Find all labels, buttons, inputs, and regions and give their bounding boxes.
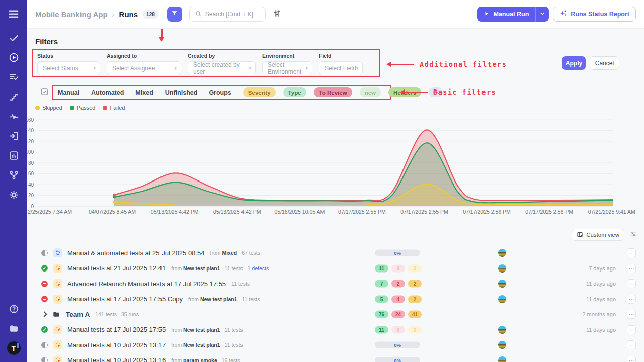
- run-from: from New test plan1: [171, 327, 220, 333]
- manual-run-button[interactable]: Manual Run: [477, 7, 535, 22]
- menu-toggle-button[interactable]: [5, 7, 22, 22]
- filter-field-label: Status: [37, 53, 100, 59]
- run-title[interactable]: Advanced Relaunch Manual tests at 17 Jul…: [67, 280, 226, 288]
- app-root: T Mobile Banking App › Runs 128 Search […: [0, 0, 644, 362]
- help-button[interactable]: [5, 302, 22, 317]
- projects-button[interactable]: [5, 322, 22, 337]
- breadcrumb-project[interactable]: Mobile Banking App: [35, 10, 108, 19]
- run-progress-bar: 0%: [375, 357, 420, 362]
- play-circle-icon: [9, 52, 19, 64]
- filter-field-label: Assigned to: [107, 53, 181, 59]
- sidebar-item-activity[interactable]: [5, 110, 22, 125]
- row-menu-button[interactable]: ⋯: [627, 279, 636, 288]
- filter-tag[interactable]: Severity: [243, 87, 276, 97]
- row-menu-button[interactable]: ⋯: [627, 248, 636, 257]
- run-type-icon: [53, 295, 62, 304]
- apply-button[interactable]: Apply: [562, 56, 586, 70]
- failed-count-badge: 4: [391, 295, 405, 303]
- top-bar: Mobile Banking App › Runs 128 Search [Cm…: [27, 0, 644, 29]
- avatar: [498, 249, 506, 257]
- runs-count-badge: 128: [143, 10, 158, 19]
- adjustments-icon[interactable]: [273, 9, 281, 20]
- row-menu-button[interactable]: ⋯: [627, 310, 636, 319]
- failed-count-badge: 2: [391, 280, 405, 288]
- breadcrumb-page[interactable]: Runs: [119, 10, 138, 19]
- runs-status-report-button[interactable]: Runs Status Report: [553, 7, 636, 22]
- search-input[interactable]: Search [Cmd + K]: [189, 7, 266, 22]
- sidebar-item-results[interactable]: [5, 31, 22, 46]
- cancel-button[interactable]: Cancel: [590, 56, 619, 70]
- filter-select-placeholder: Select Environment: [268, 61, 305, 75]
- filter-tag[interactable]: Type: [283, 87, 306, 97]
- run-title[interactable]: Manual tests at 10 Jul 2025 13:16: [67, 356, 166, 362]
- legend-item[interactable]: Passed: [70, 105, 96, 111]
- row-menu-button[interactable]: ⋯: [627, 295, 636, 304]
- table-settings-icon[interactable]: [629, 230, 637, 240]
- passed-count-badge: 7: [375, 280, 388, 288]
- run-from-name: param smoke: [183, 357, 217, 362]
- run-from-label: from: [188, 296, 199, 302]
- run-title[interactable]: Manual tests at 21 Jul 2025 12:41: [67, 264, 166, 272]
- table-row: Manual tests at 10 Jul 2025 13:16 from p…: [35, 353, 636, 362]
- run-result: 7 2 2: [375, 280, 422, 288]
- run-time: 11 days ago: [586, 296, 616, 302]
- folder-icon: [9, 323, 19, 335]
- check-icon: [9, 33, 19, 45]
- sidebar-item-settings[interactable]: [5, 188, 22, 203]
- filter-select[interactable]: Select Environment ▾: [262, 61, 312, 75]
- row-menu-button[interactable]: ⋯: [627, 356, 636, 362]
- run-type-icon: [53, 248, 62, 257]
- app-logo[interactable]: T: [7, 341, 21, 355]
- quick-filter-link[interactable]: Mixed: [135, 89, 153, 96]
- view-toolbar: Custom view: [572, 229, 637, 241]
- row-menu-button[interactable]: ⋯: [627, 325, 636, 334]
- filter-tag[interactable]: To Review: [314, 87, 352, 97]
- sidebar-item-branches[interactable]: [5, 168, 22, 184]
- run-title[interactable]: Manual tests at 10 Jul 2025 13:17: [67, 341, 166, 349]
- filter-select[interactable]: Select Field ▾: [319, 61, 363, 75]
- quick-filter-link[interactable]: Manual: [58, 89, 79, 96]
- legend-item[interactable]: Failed: [103, 105, 125, 111]
- run-defects-link[interactable]: 1 defects: [248, 265, 269, 272]
- filter-field: Status Select Status ▾: [37, 53, 100, 76]
- run-title[interactable]: Manual tests at 17 Jul 2025 17:55 Copy: [67, 295, 183, 303]
- filter-select[interactable]: Select Assignee ▾: [107, 61, 181, 75]
- quick-filter-link[interactable]: Automated: [91, 89, 124, 96]
- filter-tag[interactable]: new: [360, 87, 381, 97]
- run-meta: from param smoke 16 tests: [171, 357, 240, 362]
- sidebar-item-analytics[interactable]: [5, 149, 22, 164]
- run-from-label: from: [171, 327, 182, 333]
- custom-view-button[interactable]: Custom view: [572, 229, 624, 241]
- help-icon: [9, 304, 19, 316]
- sidebar-item-test-plans[interactable]: [5, 70, 22, 85]
- run-status-icon: [41, 312, 47, 317]
- run-title[interactable]: Manual & automated tests at 25 Jul 2025 …: [67, 249, 204, 257]
- manual-run-dropdown-button[interactable]: [535, 7, 549, 22]
- quick-filter-link[interactable]: Groups: [209, 89, 231, 96]
- quick-filter-link[interactable]: Unfinished: [165, 89, 198, 96]
- run-result: 76 24 41: [375, 311, 422, 318]
- filter-select[interactable]: Select created by user ▾: [188, 61, 256, 75]
- group-runs-count: 35 runs: [121, 311, 139, 317]
- svg-text:20: 20: [28, 193, 34, 198]
- filter-select[interactable]: Select Status ▾: [37, 61, 100, 75]
- filter-toggle-button[interactable]: [167, 7, 182, 22]
- run-title[interactable]: Manual tests at 17 Jul 2025 17:55: [67, 326, 166, 333]
- run-result: 0%: [375, 357, 420, 362]
- run-avatar-cell: [498, 326, 506, 334]
- branch-icon: [9, 170, 19, 182]
- play-icon: [484, 11, 489, 18]
- filter-select-placeholder: Select Assignee: [112, 65, 155, 72]
- bulk-select-icon[interactable]: [40, 87, 49, 98]
- run-result: 0%: [375, 250, 420, 256]
- run-type-icon: [53, 279, 62, 288]
- annotation-basic-filters-label: Basic filters: [433, 88, 496, 96]
- row-menu-button[interactable]: ⋯: [627, 340, 636, 349]
- row-menu-button[interactable]: ⋯: [627, 264, 636, 273]
- filter-field-label: Created by: [188, 53, 256, 59]
- sidebar-item-runs[interactable]: [5, 51, 22, 66]
- run-title[interactable]: Team A: [66, 311, 90, 318]
- legend-item[interactable]: Skipped: [35, 105, 62, 111]
- sidebar-item-steps[interactable]: [5, 90, 22, 105]
- sidebar-item-import[interactable]: [5, 129, 22, 144]
